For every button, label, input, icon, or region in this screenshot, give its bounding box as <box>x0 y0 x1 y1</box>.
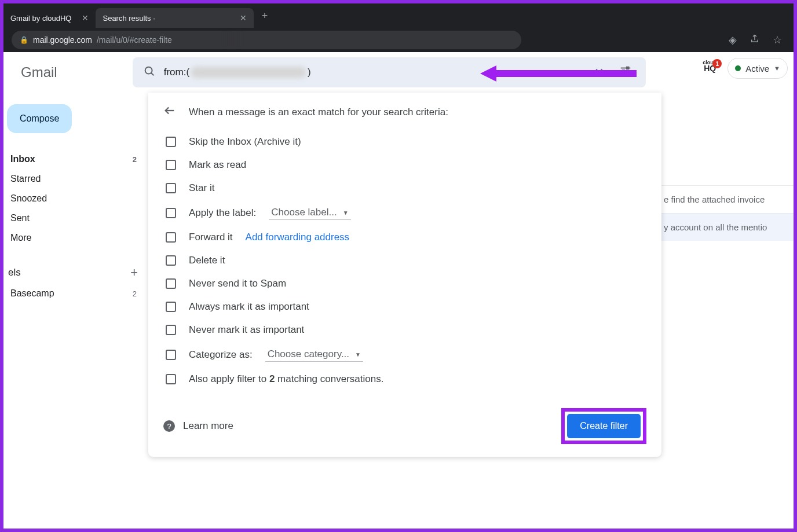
option-mark-read[interactable]: Mark as read <box>163 153 646 177</box>
cloudhq-icon[interactable]: clouHQ 1 <box>704 64 716 73</box>
checkbox[interactable] <box>166 374 176 384</box>
chevron-down-icon: ▼ <box>355 351 361 358</box>
checkbox[interactable] <box>166 232 176 243</box>
chevron-down-icon: ▼ <box>343 210 349 216</box>
redacted-text <box>191 67 306 78</box>
sidebar-item-sent[interactable]: Sent <box>3 208 148 228</box>
redacted-url <box>220 31 521 49</box>
option-never-important[interactable]: Never mark it as important <box>163 318 646 342</box>
checkbox[interactable] <box>166 208 176 218</box>
sidebar-item-more[interactable]: More <box>3 228 148 248</box>
svg-line-1 <box>151 72 153 75</box>
gmail-logo: Gmail <box>9 64 69 80</box>
new-tab-button[interactable]: + <box>254 10 276 22</box>
option-forward[interactable]: Forward it Add forwarding address <box>163 226 646 249</box>
browser-tab-0[interactable]: Gmail by cloudHQ ✕ <box>3 8 96 28</box>
tab-title: Search results · <box>103 14 155 23</box>
sidebar-item-starred[interactable]: Starred <box>3 169 148 189</box>
option-never-spam[interactable]: Never send it to Spam <box>163 272 646 295</box>
sidebar-item-snoozed[interactable]: Snoozed <box>3 189 148 208</box>
browser-tab-1[interactable]: M Search results · ✕ <box>96 8 253 28</box>
checkbox[interactable] <box>166 278 176 289</box>
url-host: mail.google.com <box>33 35 92 45</box>
checkbox[interactable] <box>166 325 176 335</box>
omnibox[interactable]: 🔒 mail.google.com/mail/u/0/#create-filte <box>12 31 521 49</box>
option-always-important[interactable]: Always mark it as important <box>163 295 646 318</box>
svg-point-0 <box>145 67 152 74</box>
clear-icon[interactable]: ✕ <box>591 65 608 79</box>
checkbox[interactable] <box>166 160 176 170</box>
search-query[interactable]: from:( ) <box>164 67 583 78</box>
browser-addressbar: 🔒 mail.google.com/mail/u/0/#create-filte… <box>3 28 794 52</box>
sidebar-item-inbox[interactable]: Inbox 2 <box>3 149 148 169</box>
email-list-peek: e find the attached invoice y account on… <box>661 185 794 241</box>
option-also-apply[interactable]: Also apply filter to 2 matching conversa… <box>163 368 646 391</box>
tab-title: Gmail by cloudHQ <box>10 14 71 23</box>
checkbox[interactable] <box>166 183 176 193</box>
url-path: /mail/u/0/#create-filte <box>97 35 172 45</box>
svg-rect-6 <box>622 70 624 72</box>
star-icon[interactable]: ☆ <box>769 34 785 46</box>
option-categorize[interactable]: Categorize as: Choose category...▼ <box>163 342 646 368</box>
lock-icon: 🔒 <box>20 36 28 44</box>
checkbox[interactable] <box>166 350 176 360</box>
email-row[interactable]: y account on all the mentio <box>661 213 794 241</box>
gmail-header: Gmail from:( ) ✕ <box>3 52 794 93</box>
labels-header: els + <box>3 248 148 284</box>
chevron-down-icon: ▼ <box>774 65 780 72</box>
close-icon[interactable]: ✕ <box>82 13 89 23</box>
checkbox[interactable] <box>166 255 176 266</box>
notification-badge: 1 <box>712 59 722 68</box>
option-star[interactable]: Star it <box>163 177 646 200</box>
panel-title: When a message is an exact match for you… <box>189 107 448 118</box>
search-bar[interactable]: from:( ) ✕ <box>133 57 646 87</box>
svg-rect-5 <box>627 67 629 69</box>
option-apply-label[interactable]: Apply the label: Choose label...▼ <box>163 200 646 226</box>
status-dot-icon <box>735 65 741 71</box>
back-icon[interactable] <box>163 104 176 120</box>
share-icon[interactable] <box>746 34 763 47</box>
svg-rect-7 <box>626 73 628 75</box>
option-skip-inbox[interactable]: Skip the Inbox (Archive it) <box>163 130 646 153</box>
category-select[interactable]: Choose category...▼ <box>265 347 363 362</box>
learn-more-link[interactable]: ? Learn more <box>163 420 233 432</box>
option-delete[interactable]: Delete it <box>163 249 646 272</box>
tune-icon[interactable] <box>616 65 635 80</box>
extension-icon[interactable]: ◈ <box>725 34 740 46</box>
search-icon[interactable] <box>143 65 156 80</box>
help-icon: ? <box>163 420 175 432</box>
sidebar-label-basecamp[interactable]: Basecamp 2 <box>3 284 148 303</box>
checkbox[interactable] <box>166 302 176 312</box>
create-filter-panel: When a message is an exact match for you… <box>148 93 661 457</box>
sidebar: Compose Inbox 2 Starred Snoozed Sent Mor… <box>3 93 148 303</box>
label-select[interactable]: Choose label...▼ <box>269 206 350 220</box>
add-forwarding-link[interactable]: Add forwarding address <box>246 232 350 243</box>
email-row[interactable]: e find the attached invoice <box>661 185 794 213</box>
create-filter-button[interactable]: Create filter <box>567 414 641 438</box>
browser-tabbar: Gmail by cloudHQ ✕ M Search results · ✕ … <box>3 3 794 28</box>
add-label-button[interactable]: + <box>130 265 138 280</box>
checkbox[interactable] <box>166 137 176 147</box>
compose-button[interactable]: Compose <box>7 104 72 133</box>
status-dropdown[interactable]: Active ▼ <box>727 58 788 79</box>
close-icon[interactable]: ✕ <box>240 13 247 23</box>
annotation-highlight: Create filter <box>561 408 646 444</box>
